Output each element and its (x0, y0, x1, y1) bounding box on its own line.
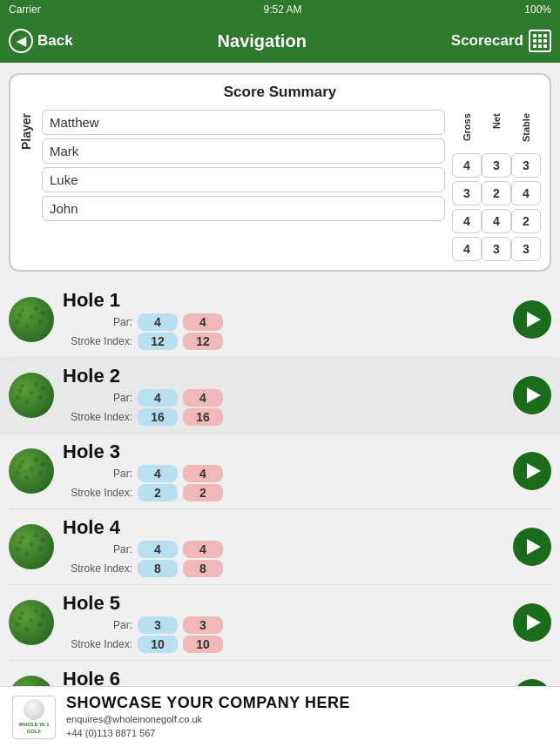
play-button[interactable] (513, 603, 551, 642)
par-value-blue: 3 (138, 616, 178, 634)
par-row: Par: 4 4 (63, 313, 504, 331)
stroke-index-value-blue: 12 (138, 333, 178, 350)
par-label: Par: (63, 619, 132, 631)
footer-email: enquires@wholeinonegolf.co.uk (66, 714, 202, 724)
play-button[interactable] (513, 376, 551, 414)
player-name-input[interactable] (42, 110, 445, 135)
hole-item: Hole 5 Par: 3 3 Stroke Index: 10 10 (9, 585, 551, 661)
par-value-pink: 4 (183, 541, 223, 558)
battery: 100% (524, 3, 551, 16)
stroke-index-label: Stroke Index: (63, 335, 132, 347)
scorecard-grid-icon (529, 30, 551, 52)
gross-label: Gross (462, 110, 472, 153)
hole-details: Par: 4 4 Stroke Index: 16 16 (63, 389, 504, 426)
hole-details: Par: 4 4 Stroke Index: 2 2 (63, 465, 504, 501)
footer-logo-text: WHOLE IN 1 GOLF (13, 722, 55, 734)
golf-ball-icon (9, 297, 54, 342)
footer-contact: enquires@wholeinonegolf.co.uk +44 (0)113… (66, 712, 548, 741)
stable-column: Stable 3423 (511, 110, 541, 261)
par-label: Par: (63, 543, 132, 555)
play-triangle-icon (527, 312, 541, 327)
par-row: Par: 4 4 (63, 389, 504, 407)
status-bar: Carrier 9:52 AM 100% (0, 0, 560, 19)
hole-item: Hole 3 Par: 4 4 Stroke Index: 2 2 (9, 434, 551, 509)
play-triangle-icon (527, 463, 541, 479)
scorecard-label: Scorecard (451, 32, 523, 50)
net-cell: 4 (482, 209, 511, 233)
par-value-pink: 3 (183, 616, 223, 634)
stable-cell: 3 (511, 153, 541, 178)
golf-ball-icon (9, 448, 54, 494)
play-triangle-icon (527, 615, 541, 630)
footer-headline: SHOWCASE YOUR COMPANY HERE (66, 694, 548, 712)
play-triangle-icon (527, 387, 541, 403)
stroke-index-row: Stroke Index: 12 12 (63, 333, 504, 350)
footer-text: SHOWCASE YOUR COMPANY HERE enquires@whol… (66, 694, 548, 741)
back-arrow-icon: ◀ (9, 29, 33, 53)
hole-details: Par: 4 4 Stroke Index: 12 12 (63, 313, 504, 350)
back-button[interactable]: ◀ Back (9, 29, 73, 53)
nav-title: Navigation (218, 31, 307, 51)
hole-info: Hole 5 Par: 3 3 Stroke Index: 10 10 (63, 592, 504, 653)
gross-cell: 4 (452, 237, 482, 261)
player-name-input[interactable] (42, 138, 445, 164)
stroke-index-row: Stroke Index: 16 16 (63, 408, 504, 426)
golf-ball-icon (9, 600, 54, 645)
nav-bar: ◀ Back Navigation Scorecard (0, 19, 560, 63)
golf-ball-icon (9, 524, 54, 569)
hole-info: Hole 1 Par: 4 4 Stroke Index: 12 12 (63, 289, 504, 350)
stroke-index-value-pink: 16 (183, 408, 223, 426)
players-list (42, 110, 445, 221)
play-button[interactable] (513, 528, 551, 566)
stroke-index-value-blue: 2 (138, 484, 178, 501)
holes-list: Hole 1 Par: 4 4 Stroke Index: 12 12 (0, 282, 560, 747)
par-value-blue: 4 (138, 313, 178, 331)
par-value-pink: 4 (183, 313, 223, 331)
stroke-index-value-pink: 12 (183, 333, 223, 350)
hole-details: Par: 3 3 Stroke Index: 10 10 (63, 616, 504, 653)
stroke-index-label: Stroke Index: (63, 487, 132, 499)
hole-name: Hole 2 (63, 365, 504, 387)
play-button[interactable] (513, 300, 551, 339)
time: 9:52 AM (263, 3, 301, 16)
footer-logo: WHOLE IN 1 GOLF (12, 696, 56, 739)
gross-cell: 3 (452, 181, 482, 205)
net-column: Net 3243 (482, 110, 511, 261)
stable-label: Stable (521, 110, 531, 153)
stroke-index-value-blue: 8 (138, 560, 178, 577)
gross-cell: 4 (452, 153, 482, 178)
play-button[interactable] (513, 452, 551, 490)
stroke-index-label: Stroke Index: (63, 411, 132, 423)
stable-cell: 4 (511, 181, 541, 205)
hole-item: Hole 1 Par: 4 4 Stroke Index: 12 12 (9, 282, 551, 358)
carrier: Carrier (9, 3, 41, 16)
score-summary-title: Score Summary (19, 84, 541, 101)
scorecard-button[interactable]: Scorecard (451, 30, 551, 52)
score-summary-card: Score Summary Player Gross 4344 Net 3243… (9, 73, 551, 272)
hole-item: Hole 4 Par: 4 4 Stroke Index: 8 8 (9, 509, 551, 585)
golf-ball-icon (9, 373, 54, 418)
stroke-index-value-pink: 10 (183, 636, 223, 653)
stroke-index-row: Stroke Index: 2 2 (63, 484, 504, 501)
par-value-blue: 4 (138, 389, 178, 407)
par-row: Par: 4 4 (63, 541, 504, 558)
hole-name: Hole 1 (63, 289, 504, 312)
stroke-index-value-blue: 16 (138, 408, 178, 426)
net-cell: 3 (482, 153, 511, 178)
stroke-index-label: Stroke Index: (63, 638, 132, 650)
play-triangle-icon (527, 539, 541, 555)
hole-details: Par: 4 4 Stroke Index: 8 8 (63, 541, 504, 577)
hole-name: Hole 4 (63, 516, 504, 539)
stroke-index-row: Stroke Index: 8 8 (63, 560, 504, 577)
stable-cell: 2 (511, 209, 541, 233)
par-value-blue: 4 (138, 465, 178, 482)
par-row: Par: 3 3 (63, 616, 504, 634)
hole-name: Hole 5 (63, 592, 504, 615)
par-label: Par: (63, 468, 132, 480)
par-label: Par: (63, 316, 132, 328)
par-value-pink: 4 (183, 465, 223, 482)
par-label: Par: (63, 392, 132, 404)
player-column-label: Player (19, 110, 33, 153)
player-name-input[interactable] (42, 196, 445, 221)
player-name-input[interactable] (42, 167, 445, 192)
